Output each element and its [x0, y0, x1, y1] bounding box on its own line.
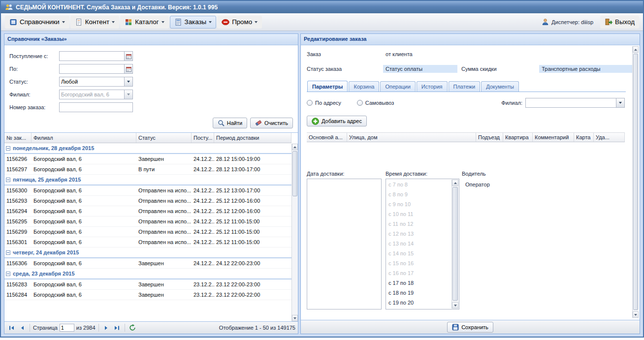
status-combo-trigger[interactable] — [124, 77, 132, 86]
collapse-icon[interactable] — [6, 250, 10, 255]
table-row[interactable]: 1156293 Богородский вал, 6 Отправлен на … — [4, 196, 291, 206]
cell-number: 1156284 — [4, 292, 32, 298]
date-from-input[interactable] — [60, 52, 124, 61]
date-listbox[interactable] — [307, 179, 382, 309]
status-combo-input[interactable] — [60, 77, 124, 86]
clear-button[interactable]: Очистить — [250, 118, 293, 128]
chevron-down-icon — [127, 81, 130, 83]
tab-operations[interactable]: Операции — [380, 81, 415, 92]
scroll-down-button[interactable] — [452, 302, 458, 309]
group-header[interactable]: среда, 23 декабря 2015 — [4, 269, 291, 279]
time-slot[interactable]: с 19 по 20 — [386, 298, 451, 308]
col-header-street[interactable]: Улица, дом — [347, 133, 476, 142]
last-page-button[interactable] — [113, 323, 122, 332]
group-header[interactable]: понедельник, 28 декабря 2015 — [4, 143, 291, 154]
next-page-button[interactable] — [102, 323, 111, 332]
collapse-icon[interactable] — [6, 178, 10, 182]
group-header[interactable]: пятница, 25 декабря 2015 — [4, 175, 291, 185]
table-row[interactable]: 1156284 Богородский вал, 6 Завершен 23.1… — [4, 290, 291, 300]
scroll-down-button[interactable] — [633, 311, 639, 318]
table-row[interactable]: 1156297 Богородский вал, 6 В пути 24.12.… — [4, 164, 291, 175]
menu-orders-button[interactable]: Заказы — [170, 16, 217, 29]
exit-button[interactable]: Выход — [600, 16, 639, 29]
cell-period: 28.12 13:00-17:00 — [214, 166, 291, 172]
col-header-apartment[interactable]: Квартира — [503, 133, 533, 142]
branch-select-trigger[interactable] — [616, 98, 624, 107]
grid-vscrollbar[interactable] — [291, 144, 298, 321]
scroll-thumb[interactable] — [633, 54, 638, 310]
save-button[interactable]: Сохранить — [447, 322, 493, 333]
table-row[interactable]: 1156306 Богородский вал, 6 Завершен 24.1… — [4, 258, 291, 269]
save-bar: Сохранить — [301, 320, 640, 334]
find-button[interactable]: Найти — [213, 118, 247, 128]
cell-period: 23.12 22:00-22:00 — [214, 292, 291, 298]
table-row[interactable]: 1156294 Богородский вал, 6 Отправлен на … — [4, 206, 291, 216]
col-header-comment[interactable]: Комментарий — [533, 133, 574, 142]
cell-status: Завершен — [136, 281, 192, 287]
order-number-field — [59, 102, 133, 112]
radio-by-address[interactable] — [307, 100, 313, 106]
add-address-button[interactable]: Добавить адрес — [307, 116, 367, 126]
menu-catalog-button[interactable]: Каталог — [120, 16, 168, 29]
col-header-received[interactable]: Посту... — [192, 133, 214, 143]
radio-pickup[interactable] — [357, 100, 363, 106]
branch-combo-input[interactable] — [60, 90, 124, 99]
tab-history[interactable]: История — [417, 81, 448, 92]
prev-page-button[interactable] — [18, 323, 27, 332]
col-header-branch[interactable]: Филиал — [32, 133, 136, 143]
time-slot[interactable]: с 18 по 19 — [386, 288, 451, 298]
col-header-delete[interactable]: Уда... — [594, 133, 625, 142]
tab-parameters[interactable]: Параметры — [307, 81, 348, 92]
col-header-status[interactable]: Статус — [136, 133, 192, 143]
scroll-up-button[interactable] — [452, 180, 458, 186]
scroll-down-button[interactable] — [292, 315, 298, 321]
time-listbox[interactable]: с 7 по 8 с 8 по 9 с 9 по 10 с 10 по 11 с… — [386, 179, 459, 309]
order-label: Заказ — [307, 51, 386, 57]
scroll-up-button[interactable] — [292, 144, 298, 150]
order-number-input[interactable] — [60, 103, 132, 112]
tab-cart[interactable]: Корзина — [349, 81, 379, 92]
table-row[interactable]: 1156299 Богородский вал, 6 Отправлен на … — [4, 227, 291, 237]
cell-number: 1156283 — [4, 281, 32, 287]
menu-content-button[interactable]: Контент — [70, 16, 119, 29]
col-header-number[interactable]: № зак... — [4, 133, 32, 143]
date-from-trigger[interactable] — [124, 52, 132, 61]
group-header[interactable]: четверг, 24 декабря 2015 — [4, 247, 291, 258]
table-row[interactable]: 1156283 Богородский вал, 6 Завершен 23.1… — [4, 279, 291, 290]
cell-received: 24.12.2... — [192, 239, 214, 245]
table-row[interactable]: 1156301 Богородский вал, 6 Отправлен на … — [4, 237, 291, 247]
table-row[interactable]: 1156300 Богородский вал, 6 Отправлен на … — [4, 185, 291, 196]
scroll-thumb[interactable] — [452, 187, 458, 301]
table-row[interactable]: 1156295 Богородский вал, 6 Отправлен на … — [4, 216, 291, 227]
tab-payments[interactable]: Платежи — [449, 81, 481, 92]
col-header-entrance[interactable]: Подъезд — [476, 133, 503, 142]
transport-costs-field: Транспортные расходы — [539, 65, 633, 73]
date-to-input[interactable] — [60, 64, 124, 73]
col-header-map[interactable]: Карта — [574, 133, 594, 142]
cell-period: 24.12 22:00-23:00 — [214, 260, 291, 266]
directories-icon — [9, 18, 17, 26]
time-slot: с 12 по 13 — [386, 229, 451, 239]
orders-grid-header: № зак... Филиал Статус Посту... Период д… — [4, 133, 291, 143]
scroll-thumb[interactable] — [292, 151, 297, 196]
panel-vscrollbar[interactable] — [632, 46, 639, 318]
time-listbox-scrollbar[interactable] — [451, 180, 458, 309]
collapse-icon[interactable] — [6, 272, 10, 276]
col-header-period[interactable]: Период доставки — [214, 133, 291, 143]
col-header-primary[interactable]: Основной а... — [307, 133, 347, 142]
orders-filter-form: Поступление с: По: Статус: — [4, 45, 298, 115]
first-page-button[interactable] — [7, 323, 16, 332]
branch-combo-trigger[interactable] — [124, 90, 132, 99]
table-row[interactable]: 1156296 Богородский вал, 6 Завершен 24.1… — [4, 154, 291, 164]
time-slot[interactable]: с 17 по 18 — [386, 278, 451, 288]
scroll-up-button[interactable] — [633, 46, 639, 53]
date-to-trigger[interactable] — [124, 64, 132, 73]
page-input[interactable] — [60, 324, 74, 332]
collapse-icon[interactable] — [6, 146, 10, 151]
cell-status: Завершен — [136, 156, 192, 162]
branch-select-input[interactable] — [526, 98, 616, 107]
menu-promo-button[interactable]: Промо — [217, 16, 262, 29]
refresh-button[interactable] — [128, 323, 137, 332]
tab-documents[interactable]: Документы — [481, 81, 519, 92]
menu-directories-button[interactable]: Справочники — [5, 16, 69, 29]
